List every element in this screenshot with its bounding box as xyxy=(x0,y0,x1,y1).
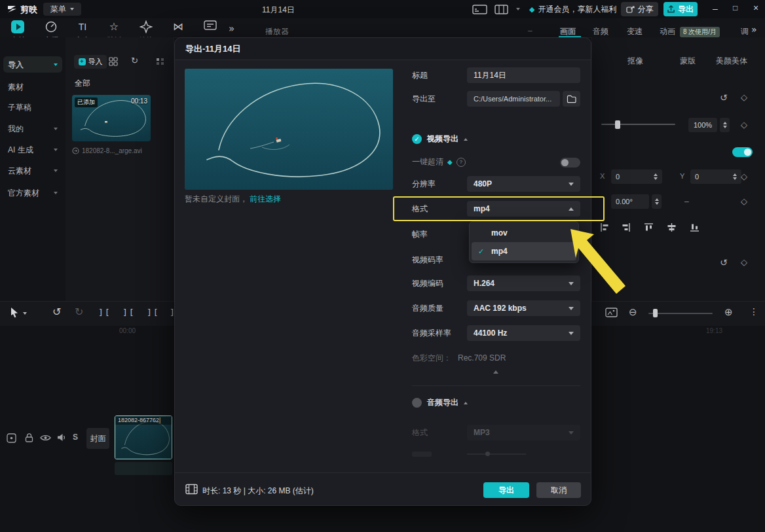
keyframe-icon[interactable]: ◇ xyxy=(741,171,747,181)
sidebar-label: 我的 xyxy=(8,124,24,135)
grid-view-icon[interactable] xyxy=(109,57,118,66)
color-space-value: Rec.709 SDR xyxy=(458,350,506,366)
section-collapse-caret-icon[interactable] xyxy=(493,370,498,374)
delete-right-icon[interactable]: ][ xyxy=(147,308,160,317)
audio-quality-dropdown[interactable]: AAC 192 kbps xyxy=(467,300,580,316)
x-value-box[interactable]: 0 xyxy=(611,169,662,184)
dialog-export-button[interactable]: 导出 xyxy=(483,482,529,498)
maximize-button[interactable]: □ xyxy=(733,3,737,12)
redo-button[interactable]: ↻ xyxy=(75,306,83,318)
zoom-out-icon[interactable]: ⊖ xyxy=(629,306,637,318)
subtab-mask[interactable]: 蒙版 xyxy=(680,56,696,67)
layout-panels-icon[interactable] xyxy=(472,5,487,14)
title-input[interactable]: 11月14日 xyxy=(467,67,580,83)
scale-stepper[interactable] xyxy=(720,118,730,132)
timeline-zoom-handle[interactable] xyxy=(653,309,658,317)
select-tool-caret-icon[interactable] xyxy=(23,312,27,315)
toolbar-more-icon[interactable]: » xyxy=(229,23,234,35)
import-media-button[interactable]: + 导入 xyxy=(74,55,107,69)
collapse-caret-icon[interactable] xyxy=(464,402,468,404)
project-title: 11月14日 xyxy=(262,5,295,16)
align-center-icon[interactable] xyxy=(667,222,677,232)
view-toggle-icon[interactable] xyxy=(156,58,164,65)
y-value-box[interactable]: 0 xyxy=(690,169,741,184)
reset-icon[interactable]: ↺ xyxy=(720,257,728,268)
collapse-caret-icon[interactable] xyxy=(464,138,468,141)
lock-icon[interactable] xyxy=(24,433,34,443)
keyframe-icon[interactable]: ◇ xyxy=(741,196,747,206)
undo-button[interactable]: ↺ xyxy=(52,306,61,318)
dialog-cancel-button[interactable]: 取消 xyxy=(536,482,581,498)
scale-value[interactable]: 100% xyxy=(688,118,717,132)
main-track-icon[interactable] xyxy=(7,433,16,443)
keyframe-icon[interactable]: ◇ xyxy=(741,120,747,130)
sidebar-item-official[interactable]: 官方素材 xyxy=(0,185,65,201)
share-icon xyxy=(626,6,635,13)
timeline-clip[interactable]: 182082-867762| xyxy=(115,416,172,459)
subtab-beauty[interactable]: 美颜美体 xyxy=(716,56,747,67)
super-clear-toggle[interactable] xyxy=(560,158,580,168)
tab-animation[interactable]: 动画 xyxy=(660,26,675,37)
audio-export-checkbox[interactable] xyxy=(412,398,422,408)
video-export-checkbox[interactable]: ✓ xyxy=(412,134,422,144)
sidebar-item-subdraft[interactable]: 子草稿 xyxy=(0,99,65,115)
sidebar-item-ai[interactable]: AI 生成 xyxy=(0,142,65,158)
check-icon: ✓ xyxy=(414,135,419,143)
toggle-on[interactable] xyxy=(732,147,753,157)
sidebar-item-cloud[interactable]: 云素材 xyxy=(0,163,65,179)
zoom-in-icon[interactable]: ⊕ xyxy=(724,306,733,318)
menu-button[interactable]: 菜单 xyxy=(43,3,81,16)
layout-caret-icon[interactable] xyxy=(516,8,520,10)
sidebar-item-mine[interactable]: 我的 xyxy=(0,121,65,137)
cover-button[interactable]: 封面 xyxy=(86,428,109,449)
media-thumbnail[interactable]: 已添加 00:13 xyxy=(72,95,151,141)
share-button[interactable]: 分享 xyxy=(621,2,658,16)
tab-speed[interactable]: 变速 xyxy=(627,26,643,37)
clip-audio-strip[interactable] xyxy=(115,462,172,475)
solo-track-icon[interactable]: S xyxy=(73,433,78,442)
align-bottom-icon[interactable] xyxy=(690,222,700,232)
align-top-icon[interactable] xyxy=(644,222,654,232)
tool-transition[interactable]: ⋈ xyxy=(163,20,193,35)
app-window: 剪映 菜单 11月14日 ◆ 开通会员，享新人福利 分享 导出 – □ × 素材 xyxy=(0,0,765,532)
delete-left-icon[interactable]: ][ xyxy=(122,308,136,317)
layout-split-icon[interactable] xyxy=(494,5,508,14)
timeline-zoom-slider[interactable] xyxy=(648,313,713,314)
scale-slider-track[interactable] xyxy=(601,124,675,125)
rotate-value-box[interactable]: 0.00° xyxy=(611,194,649,209)
tab-audio[interactable]: 音频 xyxy=(593,26,608,37)
rotate-stepper[interactable] xyxy=(652,194,662,209)
titlebar-export-button[interactable]: 导出 xyxy=(663,2,698,16)
scale-slider-handle[interactable] xyxy=(615,120,620,129)
export-path-input[interactable]: C:/Users/Administrator... xyxy=(467,91,560,107)
tabs-more-icon[interactable]: » xyxy=(751,24,757,35)
browse-folder-button[interactable] xyxy=(563,91,580,107)
tool-filter[interactable] xyxy=(195,20,225,31)
audio-format-label: 格式 xyxy=(412,425,428,440)
reset-icon[interactable]: ↺ xyxy=(720,92,728,103)
close-button[interactable]: × xyxy=(753,3,758,13)
vip-banner[interactable]: ◆ 开通会员，享新人福利 xyxy=(529,4,616,15)
split-clip-icon[interactable]: ][ xyxy=(98,308,111,317)
help-icon[interactable]: ? xyxy=(457,158,466,167)
preview-frames-icon[interactable] xyxy=(605,308,618,317)
mute-speaker-icon[interactable] xyxy=(57,433,66,442)
video-export-row[interactable]: ✓ 视频导出 xyxy=(412,133,468,145)
sample-rate-dropdown[interactable]: 44100 Hz xyxy=(467,325,580,341)
subtab-chroma[interactable]: 抠像 xyxy=(627,56,643,67)
sidebar-item-media[interactable]: 素材 xyxy=(0,79,65,95)
keyframe-icon[interactable]: ◇ xyxy=(741,92,747,102)
rotate-value: 0.00° xyxy=(616,198,633,205)
more-options-icon[interactable]: ⋮ xyxy=(749,306,758,317)
visibility-eye-icon[interactable] xyxy=(40,434,51,442)
audio-export-row[interactable]: 音频导出 xyxy=(412,397,468,408)
filter-all-label[interactable]: 全部 xyxy=(75,78,90,89)
sidebar-item-import[interactable]: 导入 xyxy=(0,57,65,73)
refresh-icon[interactable]: ↻ xyxy=(131,56,138,65)
resolution-dropdown[interactable]: 480P xyxy=(467,176,580,192)
cover-select-link[interactable]: 前往选择 xyxy=(250,194,281,204)
select-tool-icon[interactable] xyxy=(9,307,20,318)
tab-adjust[interactable]: 调 xyxy=(741,26,751,37)
minimize-button[interactable]: – xyxy=(713,3,718,14)
keyframe-icon[interactable]: ◇ xyxy=(741,257,747,267)
